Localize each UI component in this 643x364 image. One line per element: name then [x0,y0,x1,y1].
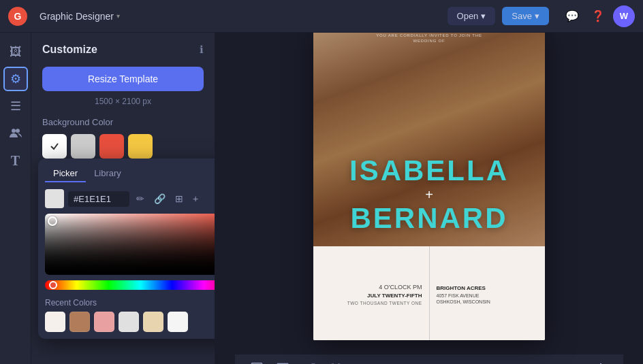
canvas-city: OSHKOSH, WISCONSIN [437,299,540,304]
undo-button[interactable]: ↩ [542,358,563,364]
canvas-area: YOU ARE CORDIALLY INVITED TO JOIN THE WE… [215,33,643,364]
recent-colors-label: Recent Colors [45,298,215,308]
app-logo: G [8,7,27,26]
main-content: 🖼 ⚙ ☰ T Customize ℹ Resize Template 1500… [0,33,643,364]
zoom-in-button[interactable]: + [461,358,483,364]
panel-info-button[interactable]: ℹ [200,44,204,56]
canvas-date: JULY TWENTY-FIFTH [319,293,422,299]
recent-swatch-6[interactable] [168,312,188,332]
hue-slider-thumb [49,281,57,289]
redo-button[interactable]: ↪ [566,358,588,364]
zoom-fit-button[interactable]: ⊙ [377,358,398,364]
bg-swatch-white[interactable] [42,134,67,159]
canvas-card: YOU ARE CORDIALLY INVITED TO JOIN THE WE… [313,33,545,340]
recent-swatch-1[interactable] [45,312,65,332]
app-name-menu[interactable]: Graphic Designer ▾ [34,8,125,24]
topbar: G Graphic Designer ▾ Open ▾ Save ▾ 💬 ❓ W [0,0,643,33]
canvas-venue: BRIGHTON ACRES [437,285,540,291]
gradient-picker-thumb[interactable] [48,216,57,226]
picker-tab-picker[interactable]: Picker [45,165,86,182]
app-name-chevron-icon: ▾ [116,12,120,20]
canvas-photo-area: YOU ARE CORDIALLY INVITED TO JOIN THE WE… [313,33,545,246]
canvas-names: ISABELLA + BERNARD [325,156,533,233]
hue-slider-container [45,280,215,290]
recent-swatch-5[interactable] [143,312,163,332]
save-label: Save [512,11,532,21]
canvas-top-text: YOU ARE CORDIALLY INVITED TO JOIN THE WE… [375,33,484,44]
panel-title: Customize [42,44,97,56]
layers-toolbar-button[interactable] [246,358,268,364]
recent-color-swatches [45,312,215,332]
sidebar-item-layers[interactable]: ☰ [3,94,28,118]
topbar-icon-group: 💬 ❓ W [561,5,635,27]
bg-color-swatches [42,134,204,159]
save-button[interactable]: Save ▾ [502,7,549,25]
link-icon-button[interactable]: 🔗 [151,192,168,205]
picker-tabs: Picker Library [45,165,215,182]
canvas-year: TWO THOUSAND TWENTY ONE [319,301,422,305]
template-dimensions: 1500 × 2100 px [42,97,204,106]
recent-swatch-3[interactable] [94,312,114,332]
refresh-button[interactable]: ↺ [517,358,539,364]
hex-row: ✏ 🔗 ⊞ + [45,189,215,208]
picker-tab-library[interactable]: Library [86,165,129,182]
svg-point-0 [12,129,16,133]
resize-template-button[interactable]: Resize Template [42,67,204,91]
history-button[interactable]: ⏱ [591,358,612,364]
recent-swatch-4[interactable] [119,312,139,332]
canvas-address: 4057 FISK AVENUE [437,293,540,298]
bg-swatch-yellow[interactable] [128,134,153,159]
canvas-time: 4 O'CLOCK PM [319,284,422,291]
panel-header: Customize ℹ [42,44,204,56]
canvas-bottom-left: 4 O'CLOCK PM JULY TWENTY-FIFTH TWO THOUS… [313,246,430,340]
svg-point-1 [16,129,20,133]
color-picker-popup: Picker Library ✏ 🔗 ⊞ + Recent Colors [38,159,215,339]
canvas-ampersand: + [325,188,533,201]
customize-panel: Customize ℹ Resize Template 1500 × 2100 … [31,33,215,364]
sidebar-item-customize[interactable]: ⚙ [3,67,28,91]
color-gradient-canvas[interactable] [45,214,215,275]
hex-input[interactable] [68,191,129,207]
canvas-name2: BERNARD [325,204,533,233]
sidebar-item-people[interactable] [3,121,28,146]
app-name-label: Graphic Designer [40,11,114,22]
recent-swatch-2[interactable] [69,312,90,332]
help-icon-button[interactable]: ❓ [587,5,609,27]
canvas-name1: ISABELLA [325,156,533,185]
sidebar-item-images[interactable]: 🖼 [3,39,28,64]
fit-button[interactable] [299,358,321,364]
grid-toolbar-button[interactable] [272,358,294,364]
canvas-wrapper: YOU ARE CORDIALLY INVITED TO JOIN THE WE… [215,33,643,354]
canvas-bottom-info: 4 O'CLOCK PM JULY TWENTY-FIFTH TWO THOUS… [313,246,545,340]
grid-icon-button[interactable]: ⊞ [172,192,186,205]
expand-button[interactable] [325,358,347,364]
toolbar-right-group: ↺ ↩ ↪ ⏱ [517,358,612,364]
add-color-button[interactable]: + [190,192,201,205]
bg-color-label: Background Color [42,117,204,127]
bg-swatch-red[interactable] [99,134,124,159]
chat-icon-button[interactable]: 💬 [561,5,583,27]
open-button[interactable]: Open ▾ [448,7,496,25]
open-label: Open [457,11,479,21]
eyedropper-icon-button[interactable]: ✏ [134,192,147,205]
sidebar-item-text[interactable]: T [3,148,28,173]
bottom-toolbar: − ⊙ + 28% ↺ ↩ ↪ ⏱ [235,354,623,365]
zoom-out-button[interactable]: − [351,358,373,364]
user-avatar[interactable]: W [613,5,635,27]
save-chevron-icon: ▾ [535,11,539,21]
bg-swatch-gray[interactable] [71,134,95,159]
toolbar-left-group [246,358,294,364]
sidebar-icon-rail: 🖼 ⚙ ☰ T [0,33,31,364]
toolbar-center-group: − ⊙ + 28% [299,358,512,364]
hue-slider[interactable] [45,280,215,290]
open-chevron-icon: ▾ [481,11,486,21]
hex-color-swatch [45,189,64,208]
canvas-bottom-right: BRIGHTON ACRES 4057 FISK AVENUE OSHKOSH,… [430,246,546,340]
